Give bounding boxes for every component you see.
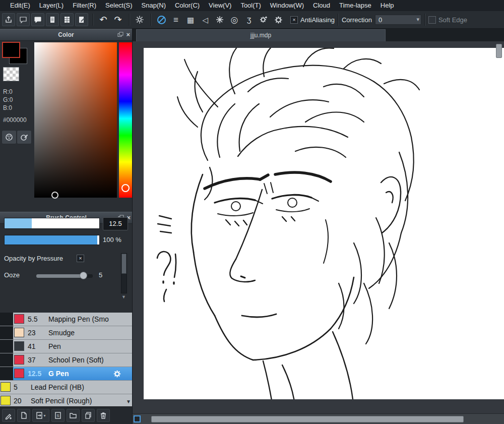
snap-off-button[interactable] <box>155 13 168 26</box>
snap-curve-button[interactable]: ʒ <box>242 13 256 26</box>
undo-icon: ↶ <box>99 15 107 24</box>
transparent-color-swatch[interactable] <box>3 67 19 81</box>
import-brush-button[interactable]: ▾ <box>32 409 49 422</box>
palette-button[interactable] <box>2 130 17 144</box>
antialiasing-checkbox[interactable]: × <box>290 16 298 24</box>
menu-item-select[interactable]: Select(S) <box>101 0 136 11</box>
undo-button[interactable]: ↶ <box>97 13 110 26</box>
hue-indicator[interactable] <box>121 184 130 192</box>
main-toolbar: ↶ ↷ ≡ ▦ ◁ ◎ ʒ × AntiAliasing Correction … <box>0 11 504 29</box>
menu-bar: Edit(E) Layer(L) Filter(R) Select(S) Sna… <box>0 0 504 11</box>
palette-edit-button[interactable] <box>17 130 32 144</box>
hue-slider[interactable] <box>119 42 132 198</box>
menu-item-snap[interactable]: Snap(N) <box>138 0 170 11</box>
blue-value-label: B:0 <box>3 104 12 111</box>
red-value-label: R:0 <box>3 88 13 95</box>
brush-size-value[interactable]: 12.5 <box>103 217 128 230</box>
brush-folder-button[interactable] <box>67 409 80 422</box>
menu-item-tool[interactable]: Tool(T) <box>236 0 265 11</box>
document-settings-button[interactable] <box>60 13 74 26</box>
scroll-down-icon[interactable]: ▼ <box>126 399 131 404</box>
brush-color-swatch <box>14 369 24 378</box>
menu-item-view[interactable]: View(V) <box>205 0 235 11</box>
brush-size-slider[interactable] <box>4 218 100 229</box>
menu-item-color[interactable]: Color(C) <box>171 0 204 11</box>
snap-radial-button[interactable] <box>213 13 226 26</box>
new-document-icon <box>20 411 28 419</box>
menu-item-cloud[interactable]: Cloud <box>309 0 334 11</box>
brush-group-indent <box>0 367 13 380</box>
snap-grid-button[interactable]: ▦ <box>184 13 197 26</box>
snap-parallel-button[interactable]: ≡ <box>169 13 182 26</box>
scrollbar-corner-button[interactable] <box>134 415 141 422</box>
color-panel-header: Color × <box>0 29 132 41</box>
comment-button[interactable] <box>17 13 30 26</box>
document-tab[interactable]: jjju.mdp <box>136 29 386 41</box>
brush-item-g-pen-selected[interactable]: 12.5 G Pen <box>0 367 133 381</box>
brush-name: Smudge <box>48 329 75 337</box>
export-button[interactable] <box>2 13 15 26</box>
menu-item-window[interactable]: Window(W) <box>266 0 308 11</box>
brush-color-swatch <box>14 341 24 351</box>
scroll-down-icon[interactable]: ▼ <box>121 294 126 299</box>
brush-item-pen[interactable]: 41 Pen <box>0 340 133 353</box>
menu-item-layer[interactable]: Layer(L) <box>35 0 68 11</box>
toolbar-separator <box>129 14 130 26</box>
document-button[interactable] <box>46 13 59 26</box>
document-arrow-icon <box>36 411 43 419</box>
brush-item-school-pen[interactable]: 37 School Pen (Soft) <box>0 353 133 367</box>
horizontal-scrollbar-handle[interactable] <box>151 416 464 422</box>
saturation-value-picker[interactable] <box>34 42 117 198</box>
document-edit-button[interactable] <box>75 13 88 26</box>
brush-group-indent <box>0 326 13 339</box>
close-icon[interactable]: × <box>126 31 130 38</box>
script-brush-button[interactable]: S <box>51 409 65 422</box>
soft-edge-checkbox[interactable]: × <box>428 16 436 24</box>
delete-brush-button[interactable] <box>97 409 110 422</box>
snap-concentric-button[interactable]: ◎ <box>228 13 241 26</box>
brush-item-smudge[interactable]: 23 Smudge <box>0 326 133 340</box>
foreground-color-swatch[interactable] <box>2 42 20 58</box>
brush-item-lead-pencil[interactable]: 5 Lead Pencil (HB) <box>0 381 133 394</box>
ooze-slider[interactable] <box>36 274 93 278</box>
redo-button[interactable]: ↷ <box>111 13 124 26</box>
comment-list-button[interactable] <box>31 13 44 26</box>
correction-value: 0 <box>379 16 382 24</box>
settings-button[interactable] <box>272 13 285 26</box>
ooze-slider-handle[interactable] <box>80 272 87 279</box>
new-brush-button[interactable] <box>17 409 30 422</box>
menu-item-help[interactable]: Help <box>376 0 398 11</box>
correction-dropdown[interactable]: 0 ▾ <box>375 15 421 25</box>
vertical-scrollbar-handle[interactable] <box>496 44 502 58</box>
duplicate-brush-button[interactable] <box>82 409 95 422</box>
scrollbar-handle[interactable] <box>121 254 127 274</box>
menu-item-edit[interactable]: Edit(E) <box>6 0 34 11</box>
brush-opacity-slider[interactable] <box>4 235 100 245</box>
canvas-viewport[interactable] <box>133 41 504 413</box>
brush-size: 20 <box>14 397 22 405</box>
toolbar-separator <box>93 14 94 26</box>
speech-bubble-icon <box>19 16 27 24</box>
sv-picker-indicator[interactable] <box>51 192 58 199</box>
hex-value-label: #000000 <box>3 116 27 124</box>
correction-label: Correction <box>342 16 372 24</box>
soft-edge-label: Soft Edge <box>438 16 467 24</box>
toolbar-separator <box>151 14 152 26</box>
menu-item-timelapse[interactable]: Time-lapse <box>335 0 375 11</box>
reset-rotation-button[interactable] <box>133 13 146 26</box>
opacity-by-pressure-checkbox[interactable]: × <box>77 255 84 262</box>
drawing-canvas[interactable] <box>144 48 504 399</box>
brush-name: Pen <box>48 342 61 350</box>
brush-size: 5.5 <box>28 315 37 323</box>
brush-settings-gear-icon[interactable] <box>113 370 121 380</box>
snap-settings-button[interactable] <box>257 13 270 26</box>
brush-item-mapping-pen[interactable]: 5.5 Mapping Pen (Smo <box>0 313 133 326</box>
brush-item-soft-pencil[interactable]: 20 Soft Pencil (Rough) <box>0 394 133 406</box>
add-brush-button[interactable] <box>2 409 15 422</box>
snap-vanishing-button[interactable]: ◁ <box>199 13 212 26</box>
horizontal-scrollbar[interactable] <box>133 413 504 424</box>
popout-icon[interactable] <box>117 32 123 37</box>
menu-item-filter[interactable]: Filter(R) <box>69 0 100 11</box>
brush-name: G Pen <box>48 370 69 378</box>
brush-control-scrollbar[interactable] <box>121 253 127 293</box>
